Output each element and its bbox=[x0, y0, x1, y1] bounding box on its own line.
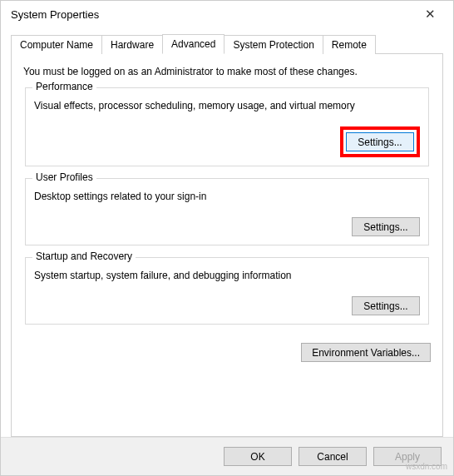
user-profiles-group-desc: Desktop settings related to your sign-in bbox=[34, 191, 420, 202]
startup-recovery-group-desc: System startup, system failure, and debu… bbox=[34, 270, 420, 281]
performance-button-row: Settings... bbox=[34, 126, 420, 157]
env-variables-row: Environment Variables... bbox=[23, 343, 431, 362]
tab-area: Computer Name Hardware Advanced System P… bbox=[1, 27, 453, 437]
dialog-button-row: OK Cancel Apply bbox=[1, 437, 453, 475]
startup-recovery-button-row: Settings... bbox=[34, 296, 420, 315]
cancel-button[interactable]: Cancel bbox=[299, 447, 367, 466]
tab-computer-name[interactable]: Computer Name bbox=[11, 35, 102, 54]
environment-variables-button[interactable]: Environment Variables... bbox=[301, 343, 431, 362]
user-profiles-settings-button[interactable]: Settings... bbox=[352, 217, 420, 236]
user-profiles-button-row: Settings... bbox=[34, 217, 420, 236]
window-title: System Properties bbox=[11, 8, 413, 21]
highlight-annotation: Settings... bbox=[340, 126, 420, 157]
advanced-tab-panel: You must be logged on as an Administrato… bbox=[11, 53, 443, 437]
performance-group: Performance Visual effects, processor sc… bbox=[25, 87, 429, 166]
user-profiles-group: User Profiles Desktop settings related t… bbox=[25, 178, 429, 245]
watermark: wsxdn.com bbox=[406, 462, 447, 471]
ok-button[interactable]: OK bbox=[224, 447, 292, 466]
performance-group-desc: Visual effects, processor scheduling, me… bbox=[34, 100, 420, 112]
tab-strip: Computer Name Hardware Advanced System P… bbox=[11, 34, 443, 53]
performance-settings-button[interactable]: Settings... bbox=[346, 132, 414, 151]
tab-advanced[interactable]: Advanced bbox=[162, 34, 225, 54]
titlebar: System Properties ✕ bbox=[1, 1, 453, 27]
tab-hardware[interactable]: Hardware bbox=[101, 35, 163, 54]
intro-text: You must be logged on as an Administrato… bbox=[23, 66, 431, 77]
close-icon: ✕ bbox=[425, 7, 436, 22]
close-button[interactable]: ✕ bbox=[413, 2, 447, 26]
performance-group-title: Performance bbox=[32, 81, 96, 92]
system-properties-window: System Properties ✕ Computer Name Hardwa… bbox=[0, 0, 454, 476]
startup-recovery-group: Startup and Recovery System startup, sys… bbox=[25, 257, 429, 325]
tab-remote[interactable]: Remote bbox=[323, 35, 376, 54]
startup-recovery-settings-button[interactable]: Settings... bbox=[352, 296, 420, 315]
user-profiles-group-title: User Profiles bbox=[32, 171, 96, 183]
startup-recovery-group-title: Startup and Recovery bbox=[32, 250, 136, 262]
tab-system-protection[interactable]: System Protection bbox=[224, 35, 323, 54]
